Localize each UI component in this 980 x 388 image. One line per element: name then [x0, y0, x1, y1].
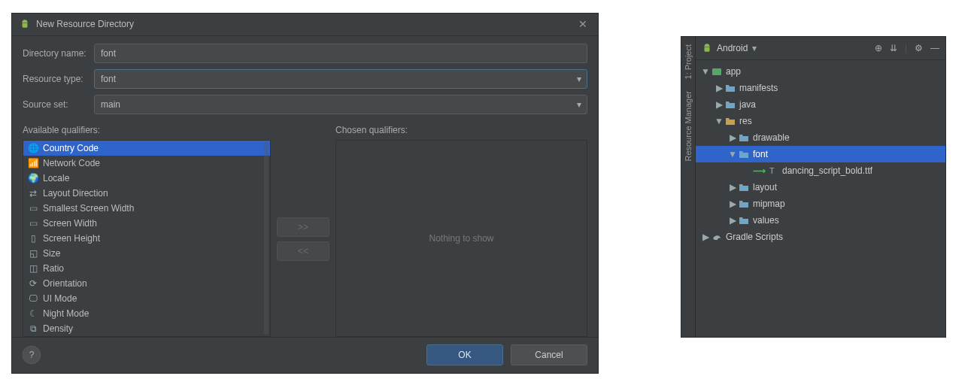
- w-icon: ▭: [28, 218, 38, 229]
- folder-icon: [738, 182, 750, 192]
- qualifier-item-country-code[interactable]: 🌐Country Code: [23, 141, 270, 156]
- module-icon: [711, 66, 723, 77]
- tree-node-label: Gradle Scripts: [726, 232, 783, 242]
- tool-window-gutter[interactable]: 1: Project Resource Manager: [681, 37, 696, 337]
- view-mode-label[interactable]: Android: [717, 43, 748, 53]
- available-qualifiers-label: Available qualifiers:: [23, 125, 271, 135]
- source-set-input[interactable]: [94, 95, 587, 114]
- tree-node-label: drawable: [753, 132, 790, 143]
- qualifier-label: Density: [43, 323, 73, 334]
- project-tree[interactable]: ▼app▶manifests▶java▼res▶drawable▼font⟶Td…: [696, 60, 945, 248]
- tree-node-label: values: [753, 215, 779, 226]
- project-view-header: Android ▾ ⊕ ⇊ | ⚙ —: [696, 37, 945, 60]
- qualifier-item-ui-mode[interactable]: 🖵UI Mode: [23, 291, 270, 306]
- svg-text:T: T: [769, 166, 775, 175]
- help-button[interactable]: ?: [23, 346, 41, 364]
- collapsed-icon[interactable]: ▶: [727, 182, 738, 192]
- source-set-label: Source set:: [23, 99, 94, 110]
- tree-node-drawable[interactable]: ▶drawable: [696, 129, 945, 146]
- chosen-qualifiers-label: Chosen qualifiers:: [335, 125, 587, 135]
- help-icon: ?: [29, 350, 35, 360]
- dialog-title: New Resource Directory: [36, 19, 134, 29]
- resource-type-input[interactable]: [94, 69, 587, 89]
- tree-node-manifests[interactable]: ▶manifests: [696, 80, 945, 96]
- tree-node-gradle-scripts[interactable]: ▶Gradle Scripts: [696, 229, 945, 245]
- scrollbar[interactable]: [264, 142, 269, 335]
- size-icon: ◱: [28, 248, 38, 259]
- qualifier-label: Ratio: [43, 263, 64, 274]
- tree-node-font[interactable]: ▼font: [696, 146, 945, 162]
- titlebar: New Resource Directory ✕: [12, 14, 598, 36]
- expanded-icon[interactable]: ▼: [727, 149, 738, 159]
- qualifier-item-size[interactable]: ◱Size: [23, 246, 270, 261]
- tree-node-app[interactable]: ▼app: [696, 63, 945, 80]
- chevron-right-icon: >>: [298, 222, 308, 232]
- qualifier-item-screen-width[interactable]: ▭Screen Width: [23, 216, 270, 231]
- collapse-all-icon[interactable]: ⇊: [890, 43, 897, 53]
- tree-node-label: mipmap: [753, 199, 785, 209]
- qualifier-item-orientation[interactable]: ⟳Orientation: [23, 276, 270, 291]
- qualifier-item-locale[interactable]: 🌍Locale: [23, 171, 270, 186]
- qualifier-label: Screen Height: [43, 233, 100, 244]
- qualifier-label: UI Mode: [43, 293, 77, 304]
- tree-node-label: font: [753, 149, 768, 159]
- folder-icon: [738, 132, 750, 143]
- tree-node-mipmap[interactable]: ▶mipmap: [696, 196, 945, 212]
- svg-rect-0: [712, 68, 721, 75]
- qualifier-item-ratio[interactable]: ◫Ratio: [23, 261, 270, 276]
- collapsed-icon[interactable]: ▶: [727, 199, 738, 209]
- qualifier-item-layout-direction[interactable]: ⇄Layout Direction: [23, 186, 270, 201]
- qualifier-item-network-code[interactable]: 📶Network Code: [23, 156, 270, 171]
- qualifier-item-smallest-screen-width[interactable]: ▭Smallest Screen Width: [23, 201, 270, 216]
- tree-node-dancing-script-bold-ttf[interactable]: ⟶Tdancing_script_bold.ttf: [696, 162, 945, 179]
- tree-node-res[interactable]: ▼res: [696, 113, 945, 129]
- tree-node-java[interactable]: ▶java: [696, 96, 945, 113]
- available-qualifiers-list[interactable]: 🌐Country Code📶Network Code🌍Locale⇄Layout…: [23, 140, 271, 337]
- folder-icon: [724, 99, 736, 110]
- project-tool-window: 1: Project Resource Manager Android ▾ ⊕ …: [681, 36, 946, 338]
- qualifier-label: Layout Direction: [43, 188, 108, 199]
- collapsed-icon[interactable]: ▶: [714, 99, 724, 110]
- expanded-icon[interactable]: ▼: [714, 116, 724, 126]
- new-resource-directory-dialog: New Resource Directory ✕ Directory name:…: [11, 13, 599, 374]
- qualifier-label: Orientation: [43, 278, 87, 289]
- directory-name-label: Directory name:: [23, 48, 94, 59]
- add-qualifier-button[interactable]: >>: [277, 217, 329, 237]
- sw-icon: ▭: [28, 203, 38, 214]
- expanded-icon[interactable]: ▼: [700, 66, 711, 77]
- resource-type-combo[interactable]: ▾: [94, 69, 587, 89]
- chosen-qualifiers-list[interactable]: Nothing to show: [335, 140, 587, 337]
- android-icon: [20, 19, 30, 29]
- tree-node-label: dancing_script_bold.ttf: [782, 165, 872, 176]
- tree-node-values[interactable]: ▶values: [696, 212, 945, 229]
- close-icon[interactable]: ✕: [575, 18, 590, 30]
- directory-name-input[interactable]: [94, 44, 587, 63]
- chevron-down-icon[interactable]: ▾: [752, 43, 757, 53]
- collapsed-icon[interactable]: ▶: [714, 83, 724, 93]
- cancel-button[interactable]: Cancel: [511, 344, 587, 365]
- globe-o-icon: 🌍: [28, 173, 38, 183]
- ok-button[interactable]: OK: [426, 344, 503, 365]
- project-tab[interactable]: 1: Project: [684, 40, 693, 83]
- resource-manager-tab[interactable]: Resource Manager: [684, 86, 693, 166]
- qualifier-item-night-mode[interactable]: ☾Night Mode: [23, 306, 270, 321]
- network-icon: 📶: [28, 158, 38, 168]
- gear-icon[interactable]: ⚙: [915, 43, 923, 53]
- qualifier-item-density[interactable]: ⧉Density: [23, 321, 270, 336]
- minimize-icon[interactable]: —: [930, 43, 939, 53]
- android-icon: [702, 43, 712, 53]
- qualifier-label: Screen Width: [43, 218, 97, 229]
- collapsed-icon[interactable]: ▶: [727, 215, 738, 226]
- night-icon: ☾: [28, 308, 38, 319]
- chevron-left-icon: <<: [298, 246, 308, 256]
- collapsed-icon[interactable]: ▶: [727, 132, 738, 143]
- tree-node-label: manifests: [739, 83, 778, 93]
- target-icon[interactable]: ⊕: [875, 43, 882, 53]
- collapsed-icon[interactable]: ▶: [700, 232, 711, 242]
- orient-icon: ⟳: [28, 278, 38, 289]
- source-set-combo[interactable]: ▾: [94, 95, 587, 114]
- qualifier-item-screen-height[interactable]: ▯Screen Height: [23, 231, 270, 246]
- remove-qualifier-button[interactable]: <<: [277, 241, 329, 261]
- layout-icon: ⇄: [28, 188, 38, 199]
- tree-node-layout[interactable]: ▶layout: [696, 179, 945, 196]
